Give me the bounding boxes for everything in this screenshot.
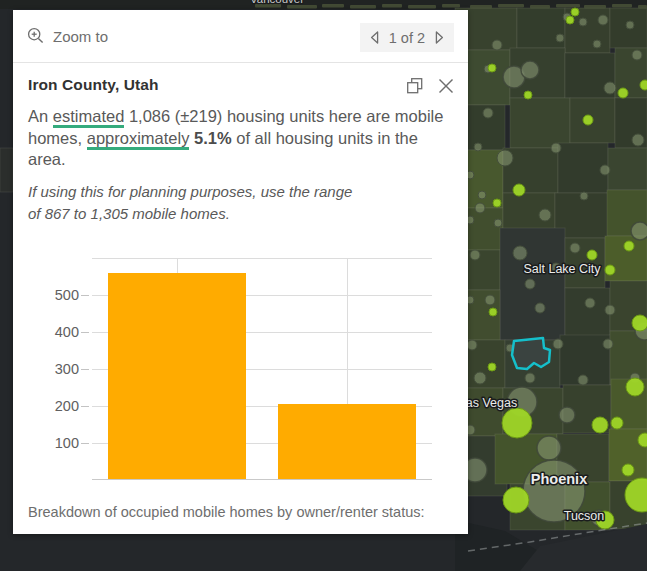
map-bubble[interactable] xyxy=(494,219,502,227)
dock-button[interactable] xyxy=(406,77,424,95)
map-road-dash xyxy=(442,4,460,8)
map-bubble-bright[interactable] xyxy=(513,184,525,196)
toolbar-divider xyxy=(13,62,468,63)
map-bubble-bright[interactable] xyxy=(605,265,615,275)
city-label: Salt Lake City xyxy=(523,262,601,276)
map-bubble-large[interactable] xyxy=(631,222,647,240)
map-road-dash xyxy=(556,4,580,8)
dock-icon xyxy=(406,77,424,95)
chart-bar[interactable] xyxy=(278,404,416,480)
description-segment-underline: estimated xyxy=(53,107,125,128)
map-bubble-bright[interactable] xyxy=(626,378,644,396)
map-bubble[interactable] xyxy=(492,40,502,50)
map-bubble[interactable] xyxy=(474,372,486,384)
chart-bar[interactable] xyxy=(108,273,246,480)
chevron-left-icon xyxy=(369,30,380,45)
map-bubble-large[interactable] xyxy=(537,436,561,460)
map-bubble[interactable] xyxy=(579,18,587,26)
description-segment-bold: 5.1% xyxy=(194,129,232,147)
map-bubble-bright[interactable] xyxy=(587,250,597,260)
map-bubble[interactable] xyxy=(525,373,535,383)
map-bubble[interactable] xyxy=(474,143,482,151)
map-bubble-bright[interactable] xyxy=(618,88,628,98)
popup-toolbar: Zoom to 1 of 2 xyxy=(13,10,468,62)
map-bubble[interactable] xyxy=(632,50,642,60)
map-bubble[interactable] xyxy=(535,303,545,313)
close-icon xyxy=(437,77,455,95)
selected-county-outline[interactable] xyxy=(512,338,550,369)
app-viewport: VancouverSalt Lake CityLas VegasPhoenixT… xyxy=(0,0,647,571)
y-axis-label: 500 xyxy=(31,287,79,303)
chart-axis-tick xyxy=(81,332,89,333)
close-button[interactable] xyxy=(437,77,455,95)
map-bubble[interactable] xyxy=(600,165,610,175)
map-bubble[interactable] xyxy=(632,134,644,146)
map-bubble-bright[interactable] xyxy=(524,91,532,99)
map-bubble-bright[interactable] xyxy=(488,363,496,371)
next-feature-button[interactable] xyxy=(434,30,445,45)
map-bubble-large[interactable] xyxy=(559,407,575,423)
map-bubble[interactable] xyxy=(598,15,608,25)
county-patch[interactable] xyxy=(517,8,565,48)
map-bubble-bright[interactable] xyxy=(503,487,529,513)
map-bubble-bright[interactable] xyxy=(489,308,497,316)
planning-note-line2: of 867 to 1,305 mobile homes. xyxy=(28,205,230,222)
map-bubble-bright[interactable] xyxy=(488,64,496,72)
map-bubble[interactable] xyxy=(578,375,588,385)
map-bubble[interactable] xyxy=(475,203,485,213)
city-label: Tucson xyxy=(564,509,605,523)
map-bubble[interactable] xyxy=(604,82,616,94)
map-bubble-bright[interactable] xyxy=(611,417,623,429)
popup-title: Iron County, Utah xyxy=(28,76,159,94)
map-bubble[interactable] xyxy=(570,243,580,253)
map-bubble[interactable] xyxy=(603,339,613,349)
map-bubble[interactable] xyxy=(585,298,595,308)
map-bubble[interactable] xyxy=(497,150,513,166)
map-road-dash xyxy=(612,4,632,8)
map-bubble-bright[interactable] xyxy=(583,115,593,125)
map-bubble[interactable] xyxy=(626,21,634,29)
map-bubble[interactable] xyxy=(605,305,615,315)
map-bubble-bright[interactable] xyxy=(502,408,532,438)
description-text: An estimated 1,086 (±219) housing units … xyxy=(28,106,458,171)
map-road-dash xyxy=(408,5,436,9)
map-road-dash xyxy=(584,5,606,9)
map-bubble[interactable] xyxy=(556,34,564,42)
map-bubble[interactable] xyxy=(580,192,588,200)
map-road-dash xyxy=(287,5,317,9)
map-bubble[interactable] xyxy=(553,339,563,349)
y-axis-label: 200 xyxy=(31,398,79,414)
map-bubble[interactable] xyxy=(513,246,527,260)
map-bubble[interactable] xyxy=(551,143,561,153)
map-road-dash xyxy=(322,4,344,8)
map-bubble-bright[interactable] xyxy=(622,464,634,476)
county-patch[interactable] xyxy=(608,148,647,190)
map-road-dash xyxy=(638,5,647,9)
map-road-dash xyxy=(498,4,524,8)
map-bubble[interactable] xyxy=(539,209,551,221)
map-bubble[interactable] xyxy=(485,295,495,305)
map-bubble[interactable] xyxy=(478,191,486,199)
map-bubble-bright[interactable] xyxy=(571,8,579,16)
map-road-dash xyxy=(470,5,492,9)
map-bubble-bright[interactable] xyxy=(624,241,634,251)
y-axis-label: 300 xyxy=(31,361,79,377)
map-bubble-bright[interactable] xyxy=(638,433,647,447)
map-bubble[interactable] xyxy=(483,108,493,118)
map-bubble-bright[interactable] xyxy=(493,199,501,207)
previous-feature-button[interactable] xyxy=(369,30,380,45)
map-bubble-large[interactable] xyxy=(521,61,539,79)
chevron-right-icon xyxy=(434,30,445,45)
map-bubble-bright[interactable] xyxy=(632,315,647,331)
zoom-to-button[interactable]: Zoom to xyxy=(27,27,108,45)
county-patch[interactable] xyxy=(0,148,13,192)
map-bubble-bright[interactable] xyxy=(640,80,647,90)
map-bubble[interactable] xyxy=(593,40,601,48)
map-bubble-bright[interactable] xyxy=(566,16,574,24)
zoom-to-label: Zoom to xyxy=(53,28,108,45)
county-patch[interactable] xyxy=(510,98,570,148)
map-bubble[interactable] xyxy=(525,279,535,289)
map-bubble[interactable] xyxy=(467,340,477,350)
map-bubble[interactable] xyxy=(470,250,480,260)
map-bubble-bright[interactable] xyxy=(592,417,608,433)
